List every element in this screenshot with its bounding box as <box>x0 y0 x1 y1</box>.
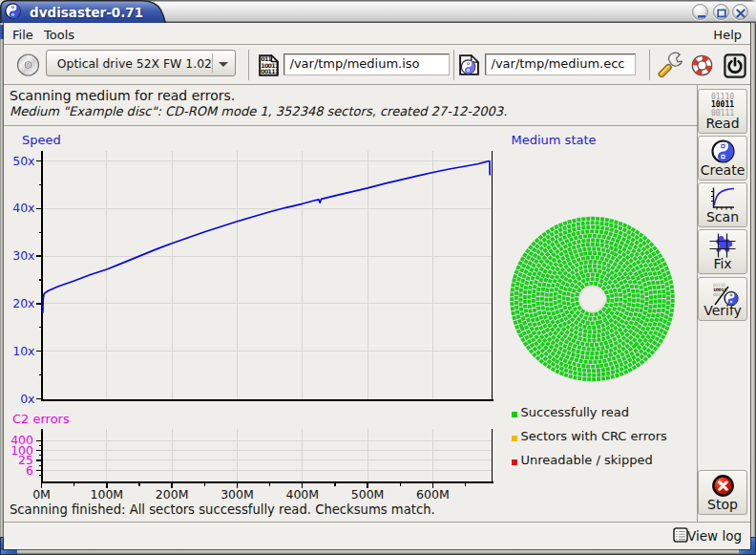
c2-chart-title: C2 errors <box>12 412 70 426</box>
speed-curve <box>43 161 491 312</box>
view-log-label: View log <box>687 528 742 544</box>
verify-button[interactable]: 01110 10011 00111 Verify <box>698 277 747 322</box>
legend-label-crc: Sectors with CRC errors <box>521 429 667 443</box>
fix-button-label: Fix <box>699 256 746 271</box>
axis-tick-label: 300M <box>220 487 254 502</box>
axis-tick-label: 0M <box>32 487 51 502</box>
speed-chart-title: Speed <box>22 133 61 147</box>
create-button-label: Create <box>699 162 746 178</box>
legend-label-success: Successfully read <box>521 405 629 419</box>
medium-state-disc <box>494 200 691 397</box>
axis-tick-label: 400M <box>285 487 319 502</box>
fix-puzzle-icon <box>708 233 737 258</box>
axis-tick-label: 30x <box>12 248 34 263</box>
app-window: dvdisaster-0.71 File Tools Help <box>0 0 756 555</box>
axis-tick-label: 0x <box>20 392 34 406</box>
axis-tick-label: 50x <box>12 154 34 168</box>
stop-icon <box>712 475 734 497</box>
read-button-label: Read <box>699 116 746 131</box>
read-button[interactable]: 01110 10011 00111 Read <box>698 89 747 134</box>
footer-bar: View log <box>4 523 750 550</box>
axis-tick-label: 10x <box>12 344 34 358</box>
scan-button-label: Scan <box>699 209 746 224</box>
medium-state-title: Medium state <box>512 133 597 147</box>
fix-button[interactable]: Fix <box>698 229 747 274</box>
stop-button-label: Stop <box>699 497 746 512</box>
axis-tick-label: 200M <box>156 487 189 502</box>
verify-button-label: Verify <box>699 303 746 318</box>
create-yinyang-icon <box>711 139 735 163</box>
stop-button[interactable]: Stop <box>698 470 747 515</box>
scan-chart-icon <box>710 187 735 210</box>
legend-label-unreadable: Unreadable / skipped <box>521 453 653 467</box>
axis-tick-label: 20x <box>12 296 34 310</box>
scan-button[interactable]: Scan <box>698 182 747 227</box>
create-button[interactable]: Create <box>698 136 747 181</box>
read-binary-icon: 01110 10011 00111 <box>699 94 746 118</box>
axis-tick-label: 600M <box>416 487 450 502</box>
axis-tick-label: 500M <box>351 487 385 502</box>
legend-swatch-success <box>512 412 517 418</box>
axis-tick-label: 40x <box>12 201 34 215</box>
view-log-icon <box>673 527 688 543</box>
scan-result-status: Scanning finished: All sectors successfu… <box>10 502 435 517</box>
legend-swatch-crc <box>512 436 517 442</box>
axis-tick-label: 100M <box>90 487 123 502</box>
charts-canvas <box>0 0 756 555</box>
axis-tick-label: 400 <box>10 433 33 447</box>
legend-swatch-unreadable <box>512 459 517 466</box>
